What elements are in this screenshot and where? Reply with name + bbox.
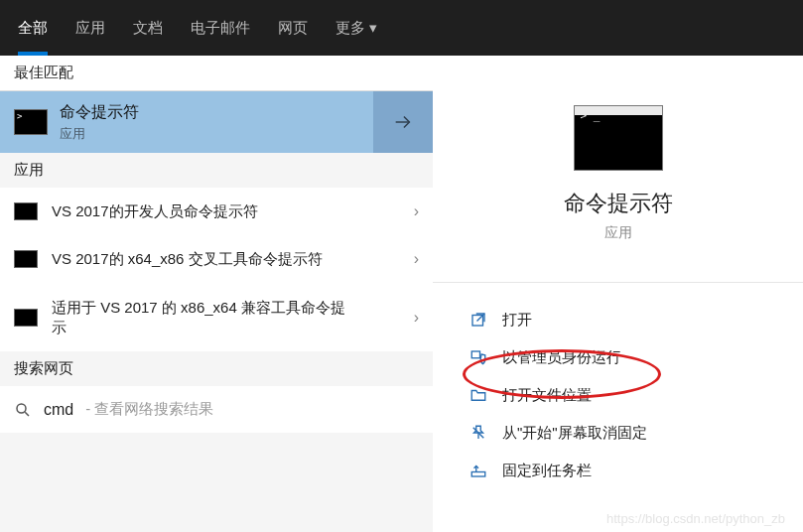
shield-icon <box>468 347 488 367</box>
open-icon <box>468 310 488 330</box>
web-search-header: 搜索网页 <box>0 351 433 386</box>
folder-icon <box>468 385 488 405</box>
search-icon <box>14 401 32 419</box>
best-match-title: 命令提示符 <box>60 102 139 123</box>
tab-apps[interactable]: 应用 <box>75 0 105 56</box>
search-filter-tabs: 全部 应用 文档 电子邮件 网页 更多 ▾ <box>0 0 803 56</box>
pin-icon <box>468 461 488 480</box>
unpin-icon <box>468 423 488 443</box>
cmd-icon <box>14 202 38 220</box>
web-keyword: cmd <box>44 401 73 419</box>
best-match-item[interactable]: 命令提示符 应用 <box>0 91 433 153</box>
action-label: 固定到任务栏 <box>502 462 592 480</box>
action-label: 从"开始"屏幕取消固定 <box>502 424 647 443</box>
best-match-subtitle: 应用 <box>60 125 139 143</box>
results-panel: 最佳匹配 命令提示符 应用 应用 VS 2017的开发人员命令提示符 › VS … <box>0 56 433 532</box>
app-result-item[interactable]: VS 2017的开发人员命令提示符 › <box>0 188 433 235</box>
detail-title: 命令提示符 <box>564 189 673 218</box>
cmd-icon <box>14 309 38 327</box>
chevron-right-icon: › <box>414 250 419 268</box>
web-desc: - 查看网络搜索结果 <box>85 400 213 419</box>
cmd-icon-large <box>574 105 663 171</box>
details-panel: 命令提示符 应用 打开 以管理员身份运行 打开文件位置 从"开始"屏幕取消固定 … <box>433 56 803 532</box>
tab-all[interactable]: 全部 <box>18 0 48 56</box>
cmd-icon <box>14 109 48 135</box>
action-open[interactable]: 打开 <box>457 301 803 338</box>
svg-point-1 <box>17 404 26 413</box>
action-run-as-admin[interactable]: 以管理员身份运行 <box>457 338 803 376</box>
app-result-item[interactable]: 适用于 VS 2017 的 x86_x64 兼容工具命令提示 › <box>0 284 433 352</box>
cmd-icon <box>14 250 38 268</box>
expand-arrow-button[interactable] <box>373 91 433 153</box>
tab-email[interactable]: 电子邮件 <box>191 0 250 56</box>
watermark-text: https://blog.csdn.net/python_zb <box>606 511 785 526</box>
tab-web[interactable]: 网页 <box>278 0 308 56</box>
action-unpin-start[interactable]: 从"开始"屏幕取消固定 <box>457 414 803 452</box>
app-result-item[interactable]: VS 2017的 x64_x86 交叉工具命令提示符 › <box>0 235 433 283</box>
tab-more[interactable]: 更多 ▾ <box>335 0 377 56</box>
action-pin-taskbar[interactable]: 固定到任务栏 <box>457 452 803 489</box>
tab-documents[interactable]: 文档 <box>133 0 163 56</box>
web-search-item[interactable]: cmd - 查看网络搜索结果 <box>0 386 433 433</box>
svg-rect-8 <box>471 472 485 477</box>
action-label: 打开文件位置 <box>502 386 592 405</box>
chevron-right-icon: › <box>414 309 419 327</box>
apps-header: 应用 <box>0 153 433 188</box>
action-open-location[interactable]: 打开文件位置 <box>457 376 803 414</box>
best-match-header: 最佳匹配 <box>0 56 433 91</box>
svg-line-2 <box>25 412 29 416</box>
svg-rect-5 <box>471 351 479 358</box>
detail-subtitle: 应用 <box>604 224 632 242</box>
arrow-right-icon <box>392 111 414 133</box>
chevron-right-icon: › <box>414 202 419 220</box>
action-label: 打开 <box>502 311 532 330</box>
action-label: 以管理员身份运行 <box>502 348 621 367</box>
